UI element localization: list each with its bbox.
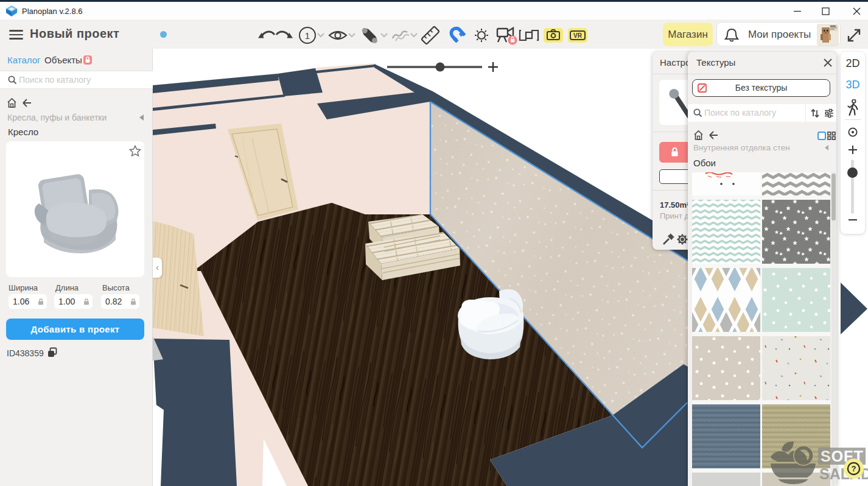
svg-text:?: ? [852,464,856,473]
svg-text:VR: VR [573,32,583,39]
svg-text:1: 1 [305,30,310,41]
